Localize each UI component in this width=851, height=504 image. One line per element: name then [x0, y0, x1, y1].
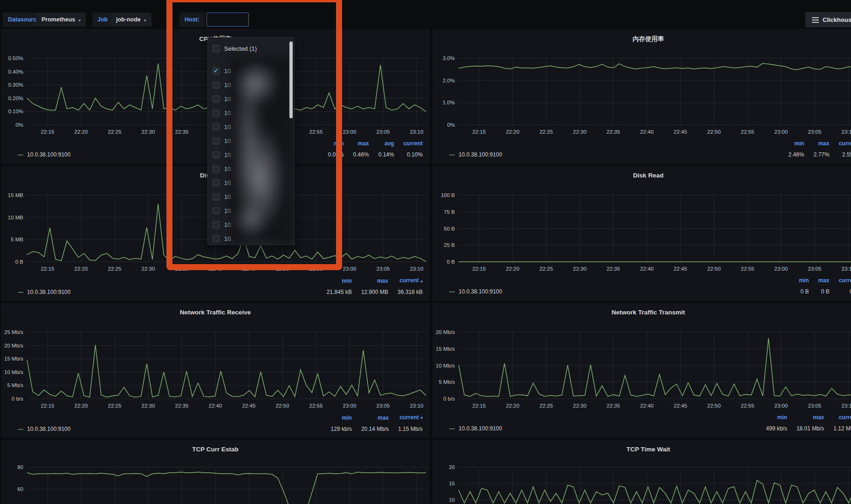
- checkbox-icon[interactable]: [213, 95, 220, 102]
- checkbox-icon[interactable]: [213, 193, 220, 200]
- x-axis-label: 22:25: [532, 129, 560, 135]
- host-option[interactable]: 10.: [208, 162, 294, 176]
- y-axis-label: 0 b/s: [432, 396, 455, 402]
- host-input[interactable]: [206, 13, 249, 27]
- legend-header-max[interactable]: max: [352, 412, 389, 423]
- legend-header-min[interactable]: min: [789, 275, 809, 286]
- legend-header-current[interactable]: current: [830, 138, 851, 149]
- checkbox-icon[interactable]: [213, 109, 220, 116]
- legend-header-min[interactable]: min: [779, 138, 804, 149]
- x-axis-label: 22:15: [34, 129, 62, 135]
- checkbox-icon[interactable]: [213, 151, 220, 158]
- chart-tcpestab[interactable]: [1, 440, 430, 504]
- legend-series[interactable]: —10.0.38.100:9100: [449, 423, 757, 434]
- x-axis-label: 23:10: [403, 129, 431, 135]
- host-option[interactable]: ✓10.: [208, 64, 294, 78]
- legend-header-min[interactable]: min: [322, 412, 352, 423]
- chart-tcptw[interactable]: [432, 440, 851, 504]
- legend-header-min[interactable]: min: [757, 412, 787, 423]
- job-label-text: Job: [97, 16, 108, 23]
- host-option-label: 10.: [224, 68, 233, 75]
- checkbox-checked-icon[interactable]: ✓: [213, 68, 220, 75]
- host-option[interactable]: 10.: [208, 204, 294, 218]
- checkbox-icon[interactable]: [213, 137, 220, 144]
- series-name: 10.0.38.100:9100: [27, 151, 70, 158]
- legend-disk: minmaxcurrent▴—10.0.38.100:910021.845 kB…: [18, 275, 423, 298]
- host-option[interactable]: 10.: [208, 190, 294, 204]
- chevron-down-icon: ▾: [78, 18, 81, 23]
- x-axis-label: 22:45: [235, 266, 263, 272]
- legend-value: 1.12 Mb/s: [824, 423, 851, 434]
- x-axis-label: 22:30: [566, 266, 594, 272]
- legend-header-current[interactable]: current: [394, 138, 423, 149]
- y-axis-label: 1.0%: [432, 100, 455, 105]
- y-axis-label: 3.0%: [432, 55, 455, 61]
- legend-series[interactable]: —10.0.38.100:9100: [449, 149, 779, 160]
- clickhouse-button[interactable]: Clickhouse: [805, 12, 851, 27]
- host-option[interactable]: 10.: [208, 176, 294, 190]
- host-option-label: 10.: [224, 137, 233, 144]
- legend-header-min[interactable]: min: [317, 275, 352, 286]
- host-option[interactable]: 10.: [208, 106, 294, 120]
- chevron-down-icon: ▾: [144, 18, 146, 23]
- x-axis-label: 23:05: [369, 403, 397, 409]
- host-option[interactable]: 10.: [208, 218, 294, 232]
- host-option-label: 10.: [224, 207, 233, 214]
- legend-value: 0.09%: [319, 149, 344, 160]
- host-option[interactable]: 10.: [208, 134, 294, 148]
- host-option[interactable]: 10.: [208, 78, 294, 92]
- host-option[interactable]: 10.: [208, 92, 294, 106]
- legend-series[interactable]: —10.0.38.100:9100: [18, 423, 322, 435]
- y-axis-label: 0.50%: [1, 55, 23, 61]
- x-axis-label: 22:25: [101, 266, 129, 272]
- host-dropdown-menu: Selected (1) ✓10.10.10.10.10.10.10.10.10…: [207, 37, 295, 245]
- legend-series[interactable]: —10.0.38.100:9100: [18, 286, 317, 298]
- legend-header-min[interactable]: min: [319, 138, 344, 149]
- checkbox-icon[interactable]: [213, 123, 220, 130]
- datasource-select[interactable]: Prometheus ▾: [36, 13, 86, 27]
- x-axis-label: 22:15: [34, 266, 62, 272]
- legend-header-current[interactable]: current▾: [389, 412, 423, 423]
- host-option-label: 10.: [224, 109, 233, 116]
- checkbox-icon[interactable]: [213, 179, 220, 186]
- checkbox-icon[interactable]: [213, 207, 220, 214]
- legend-value: 0.10%: [394, 149, 423, 160]
- legend-header-max[interactable]: max: [809, 275, 830, 286]
- checkbox-icon[interactable]: [213, 221, 220, 228]
- y-axis-label: 100 B: [432, 192, 455, 198]
- host-dropdown-selected-header[interactable]: Selected (1): [208, 41, 294, 55]
- legend-series[interactable]: —10.0.38.100:9100: [449, 286, 789, 297]
- x-axis-label: 23:00: [336, 129, 364, 135]
- menu-icon: [812, 17, 819, 23]
- scrollbar-thumb[interactable]: [289, 41, 293, 118]
- checkbox-icon[interactable]: [213, 165, 220, 172]
- y-axis-label: 10 MB: [1, 215, 23, 220]
- y-axis-label: 80: [1, 464, 23, 470]
- checkbox-icon[interactable]: [213, 82, 220, 89]
- legend-header-avg[interactable]: avg: [369, 138, 394, 149]
- job-select[interactable]: job-node ▾: [111, 13, 151, 27]
- legend-header-max[interactable]: max: [344, 138, 369, 149]
- legend-header-current[interactable]: current: [830, 275, 851, 286]
- x-axis-label: 22:40: [201, 403, 229, 409]
- legend-header-max[interactable]: max: [352, 275, 388, 286]
- legend-value: 36.318 kB: [388, 286, 423, 298]
- x-axis-label: 22:15: [465, 266, 493, 272]
- legend-header-max[interactable]: max: [804, 138, 830, 149]
- checkbox-icon[interactable]: [213, 45, 220, 52]
- checkbox-icon[interactable]: [213, 235, 220, 242]
- host-option[interactable]: 10.: [208, 148, 294, 162]
- x-axis-label: 22:35: [599, 129, 627, 135]
- host-option[interactable]: 10.: [208, 232, 294, 245]
- series-line: [27, 345, 426, 397]
- legend-header-max[interactable]: max: [787, 412, 824, 423]
- sort-desc-icon: ▾: [420, 415, 423, 420]
- host-option[interactable]: 10.: [208, 120, 294, 134]
- x-axis-label: 22:40: [633, 403, 661, 409]
- legend-value: 129 kb/s: [322, 423, 352, 435]
- legend-header-current[interactable]: current: [824, 412, 851, 423]
- series-name: 10.0.38.100:9100: [27, 426, 70, 432]
- legend-spacer: [18, 275, 317, 286]
- legend-header-current[interactable]: current▴: [388, 275, 423, 286]
- x-axis-label: 23:10: [834, 403, 851, 409]
